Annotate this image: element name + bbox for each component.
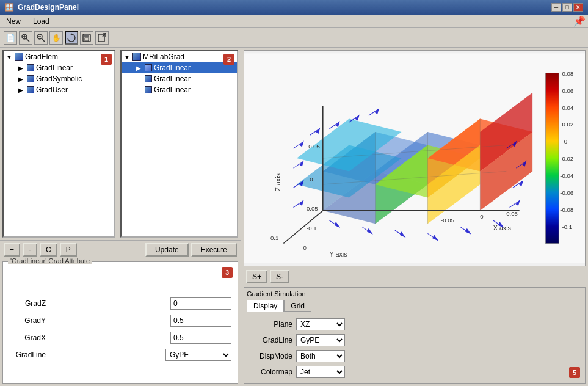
attr-content: GradZ GradY GradX GradLine GyPE GxFE [3, 262, 238, 367]
svg-text:-0.1: -0.1 [307, 225, 317, 231]
menu-new[interactable]: New [2, 16, 24, 27]
svg-text:X axis: X axis [493, 224, 511, 231]
cube-icon-sm [145, 86, 152, 93]
cube-icon-sm [145, 64, 152, 71]
s-plus-button[interactable]: S+ [246, 270, 267, 283]
window-title: GradDesignPanel [18, 3, 79, 12]
tree-root-mrilabgrad[interactable]: ▼ MRiLabGrad [122, 51, 237, 62]
tree-root-gradelem[interactable]: ▼ GradElem [4, 51, 114, 62]
zoom-in-button[interactable] [19, 31, 32, 45]
gs-row-colormap: Colormap Jet Hot Cool Gray [247, 366, 583, 378]
svg-line-1 [26, 38, 29, 42]
pan-button[interactable]: ✋ [49, 31, 63, 45]
gradient-sim-content: Plane XZ XY YZ GradLine GyPE GxFE GzSS [247, 316, 583, 381]
toolbar: 📄 ✋ [0, 28, 588, 48]
cube-icon-sm [27, 75, 34, 82]
gradx-label: GradX [9, 333, 46, 342]
svg-rect-87 [546, 73, 559, 244]
gradient-sim-label: Gradient Simulation [247, 290, 583, 297]
maximize-button[interactable]: □ [562, 3, 572, 12]
tree-item-gradsymbolic[interactable]: ▶ GradSymbolic [4, 73, 114, 84]
main-area: 1 ▼ GradElem ▶ GradLinear ▶ GradSymbolic [0, 48, 588, 386]
menu-load[interactable]: Load [29, 16, 53, 27]
tree-item-gradlinear-2[interactable]: GradLinear [122, 73, 237, 84]
attr-legend-label: 'GradLinear' Grad Attribute [8, 257, 92, 264]
save-button[interactable] [80, 31, 93, 45]
sim-controls-bar: S+ S- [241, 269, 588, 285]
gradline-select[interactable]: GyPE GxFE GzSS [165, 349, 231, 361]
right-panel: Gradient Field 4 [241, 48, 588, 386]
tree-item-label: GradUser [36, 86, 68, 94]
right-tree-panel[interactable]: 2 ▼ MRiLabGrad ▶ GradLinear GradLinear [120, 50, 238, 238]
expand-icon: ▶ [18, 65, 27, 71]
svg-text:0.04: 0.04 [562, 104, 573, 111]
paste-button[interactable]: P [60, 243, 77, 257]
expand-icon: ▼ [124, 54, 132, 60]
execute-button[interactable]: Execute [191, 243, 237, 257]
expand-icon: ▶ [136, 65, 145, 71]
svg-text:0: 0 [564, 138, 567, 145]
update-button[interactable]: Update [145, 243, 189, 257]
colormap-select[interactable]: Jet Hot Cool Gray [296, 366, 345, 378]
svg-text:Z axis: Z axis [274, 173, 281, 191]
svg-text:-0.05: -0.05 [441, 217, 454, 224]
remove-button[interactable]: - [23, 243, 37, 257]
grady-label: GradY [9, 316, 46, 325]
plane-label: Plane [247, 320, 292, 329]
svg-text:-0.08: -0.08 [560, 206, 573, 213]
tree-item-graduser[interactable]: ▶ GradUser [4, 84, 114, 95]
dispmode-select[interactable]: Both Plane Arrow [296, 350, 345, 362]
tree-item-label: GradLinear [154, 86, 191, 94]
close-button[interactable]: ✕ [573, 3, 583, 12]
dispmode-label: DispMode [247, 352, 292, 360]
cube-icon-sm [27, 86, 34, 93]
svg-text:-0.05: -0.05 [307, 143, 320, 150]
svg-text:0.1: 0.1 [270, 235, 278, 241]
tree-item-gradlinear-3[interactable]: GradLinear [122, 84, 237, 95]
cube-icon [15, 53, 23, 61]
new-tool-button[interactable]: 📄 [4, 31, 17, 45]
attr-row-gradz: GradZ [9, 297, 231, 310]
tree-item-gradlinear-selected[interactable]: ▶ GradLinear [122, 62, 237, 73]
tree-root-label: GradElem [25, 53, 58, 61]
svg-text:0.08: 0.08 [562, 70, 573, 77]
minimize-button[interactable]: ─ [551, 3, 561, 12]
gradline-gs-select[interactable]: GyPE GxFE GzSS [296, 334, 345, 346]
gradz-input[interactable] [170, 297, 231, 310]
plane-select[interactable]: XZ XY YZ [296, 318, 345, 330]
tree-item-gradlinear-1[interactable]: ▶ GradLinear [4, 62, 114, 73]
zoom-out-button[interactable] [34, 31, 48, 45]
s-minus-button[interactable]: S- [270, 270, 289, 283]
export-button[interactable] [95, 31, 109, 45]
attributes-panel: 'GradLinear' Grad Attribute 3 GradZ Grad… [2, 261, 238, 384]
expand-icon: ▶ [18, 76, 27, 82]
cube-icon-sm [145, 75, 152, 82]
gradx-input[interactable] [170, 332, 231, 344]
gradline-label: GradLine [9, 351, 46, 359]
svg-text:0.05: 0.05 [506, 210, 518, 217]
colormap-label: Colormap [247, 368, 292, 376]
tree-panels: 1 ▼ GradElem ▶ GradLinear ▶ GradSymbolic [0, 48, 241, 240]
svg-line-5 [42, 38, 45, 42]
rotate-button[interactable] [65, 31, 78, 45]
copy-button[interactable]: C [40, 243, 57, 257]
svg-text:0: 0 [310, 176, 313, 183]
gradz-label: GradZ [9, 299, 46, 308]
tree-item-label: GradLinear [154, 64, 191, 72]
expand-icon: ▼ [6, 54, 15, 60]
grady-input[interactable] [170, 315, 231, 327]
attr-row-gradx: GradX [9, 332, 231, 344]
tab-grid[interactable]: Grid [284, 300, 311, 312]
cube-icon [132, 53, 141, 61]
svg-rect-10 [85, 38, 89, 41]
attr-badge: 3 [222, 267, 233, 278]
gradient-field: Gradient Field 4 [244, 50, 586, 266]
add-button[interactable]: + [4, 243, 20, 257]
svg-text:0.06: 0.06 [562, 87, 573, 94]
left-tree-panel[interactable]: 1 ▼ GradElem ▶ GradLinear ▶ GradSymbolic [2, 50, 115, 238]
expand-icon [136, 87, 145, 93]
tab-display[interactable]: Display [247, 300, 284, 312]
title-bar: 🪟 GradDesignPanel ─ □ ✕ [0, 0, 588, 15]
action-bar: + - C P Update Execute [0, 240, 241, 259]
menu-bar: New Load 📌 [0, 15, 588, 28]
